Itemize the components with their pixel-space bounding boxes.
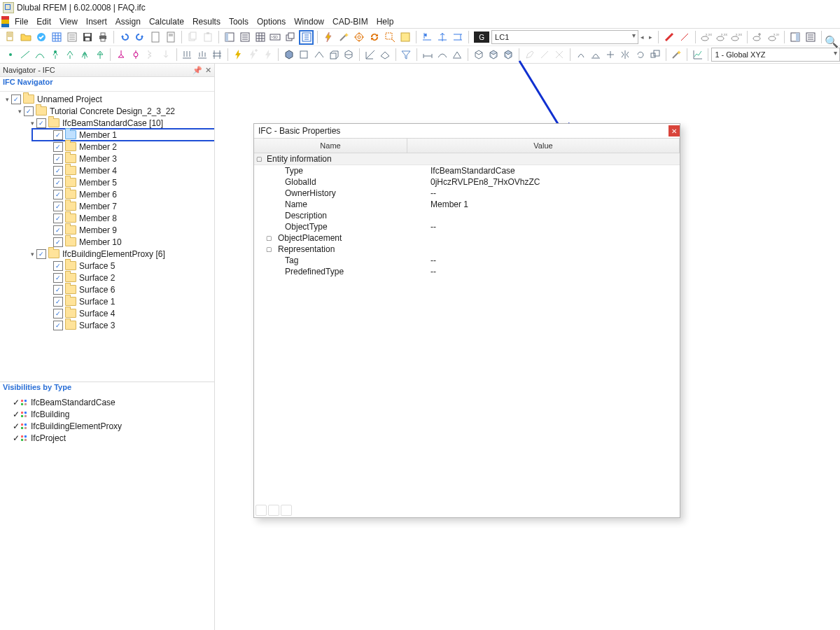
tree-surface-1[interactable]: ✓Surface 1 — [0, 295, 214, 307]
menu-view[interactable]: View — [55, 16, 82, 27]
edit3-icon[interactable] — [553, 48, 566, 62]
tree-surface-5[interactable]: ✓Surface 5 — [0, 260, 214, 272]
vis-panel-icon[interactable] — [788, 30, 802, 44]
prop-tag[interactable]: Tag-- — [254, 255, 680, 266]
prop-predefinedtype[interactable]: PredefinedType-- — [254, 266, 680, 277]
menu-tools[interactable]: Tools — [225, 16, 253, 27]
tree-project[interactable]: ▾✓ Tutorial Concrete Design_2_3_22 — [0, 105, 214, 117]
prop-ownerhistory[interactable]: OwnerHistory-- — [254, 188, 680, 199]
node-icon[interactable] — [4, 48, 17, 62]
close-icon[interactable]: ✕ — [668, 125, 680, 136]
plot-icon[interactable] — [691, 48, 704, 62]
plane-icon[interactable] — [378, 48, 391, 62]
menu-file[interactable]: File — [10, 16, 32, 27]
wandnew-icon[interactable] — [670, 48, 683, 62]
prop-name[interactable]: NameMember 1 — [254, 199, 680, 210]
edit1-icon[interactable] — [523, 48, 536, 62]
dist3-icon[interactable] — [210, 48, 223, 62]
target-icon[interactable] — [352, 30, 366, 44]
vis-list-icon[interactable] — [804, 30, 818, 44]
print-icon[interactable] — [96, 30, 110, 44]
vis-ifcbeam[interactable]: ✓IfcBeamStandardCase — [0, 396, 214, 408]
prop-representation[interactable]: ▢Representation — [254, 244, 680, 255]
tree-member-10[interactable]: ✓Member 10 — [0, 236, 214, 248]
prop-objecttype[interactable]: ObjectType-- — [254, 221, 680, 232]
column-name[interactable]: Name — [254, 139, 407, 153]
page2-icon[interactable] — [164, 30, 178, 44]
tree-obj4-icon[interactable] — [93, 48, 106, 62]
align-left-icon[interactable] — [420, 30, 434, 44]
verify-icon[interactable] — [34, 30, 48, 44]
box3d-2-icon[interactable] — [486, 48, 500, 62]
menu-cadbim[interactable]: CAD-BIM — [328, 16, 372, 27]
panel-sd-icon[interactable]: >SD — [269, 30, 283, 44]
thick-member-icon[interactable] — [662, 30, 676, 44]
tree-proxy[interactable]: ▾✓ IfcBuildingElementProxy [6] — [0, 248, 214, 260]
move3-icon[interactable] — [604, 48, 617, 62]
prop-objectplacement[interactable]: ▢ObjectPlacement — [254, 232, 680, 244]
magnifier-icon[interactable]: 🔍 — [825, 35, 839, 48]
tree-obj3-icon[interactable] — [78, 48, 92, 62]
open-file-icon[interactable] — [19, 30, 33, 44]
load1-icon[interactable] — [159, 48, 172, 62]
box3d-3-icon[interactable] — [502, 48, 515, 62]
menu-calculate[interactable]: Calculate — [145, 16, 188, 27]
category-entity-info[interactable]: ▢ Entity information — [254, 153, 680, 165]
slice-icon[interactable] — [342, 48, 356, 62]
menu-insert[interactable]: Insert — [82, 16, 111, 27]
tree-beamcase[interactable]: ▾✓ IfcBeamStandardCase [10] — [0, 117, 214, 129]
panel-data-icon[interactable] — [238, 30, 252, 44]
foot-icon-2[interactable] — [268, 505, 279, 516]
foot-icon-3[interactable] — [281, 505, 292, 516]
bolt-list-icon[interactable] — [261, 48, 274, 62]
rot-icon[interactable] — [634, 48, 647, 62]
edit2-icon[interactable] — [538, 48, 551, 62]
menu-options[interactable]: Options — [253, 16, 290, 27]
support-icon[interactable] — [114, 48, 127, 62]
fullscreen-icon[interactable] — [398, 30, 412, 44]
spring-icon[interactable] — [144, 48, 158, 62]
bolt-icon[interactable] — [232, 48, 245, 62]
close-panel-icon[interactable]: ✕ — [205, 66, 211, 75]
coordsys-combo[interactable]: 1 - Global XYZ — [711, 48, 840, 62]
tree-surface-3[interactable]: ✓Surface 3 — [0, 319, 214, 331]
align-right-icon[interactable] — [451, 30, 465, 44]
eye-xxx-2-icon[interactable]: x.xx — [715, 30, 729, 44]
wand-icon[interactable] — [337, 30, 351, 44]
eye-dim-2-icon[interactable]: x.xx — [766, 30, 780, 44]
tree-root[interactable]: ▾✓ Unnamed Project — [0, 93, 214, 105]
undo-icon[interactable] — [118, 30, 132, 44]
new-file-icon[interactable] — [4, 30, 18, 44]
dist1-icon[interactable] — [181, 48, 194, 62]
grid-icon[interactable] — [50, 30, 64, 44]
solid-icon[interactable] — [282, 48, 295, 62]
zoom-sel-icon[interactable] — [383, 30, 397, 44]
tree-member-9[interactable]: ✓Member 9 — [0, 224, 214, 236]
extrude-icon[interactable] — [327, 48, 340, 62]
save-icon[interactable] — [80, 30, 94, 44]
vis-ifcproxy[interactable]: ✓IfcBuildingElementProxy — [0, 420, 214, 432]
arch-icon[interactable] — [435, 48, 449, 62]
paste-icon[interactable] — [201, 30, 215, 44]
ifc-tree[interactable]: ▾✓ Unnamed Project ▾✓ Tutorial Concrete … — [0, 92, 214, 382]
span-icon[interactable] — [421, 48, 434, 62]
panel-table-icon[interactable] — [253, 30, 267, 44]
tree-surface-6[interactable]: ✓Surface 6 — [0, 284, 214, 295]
scale-icon[interactable] — [648, 48, 662, 62]
refresh-icon[interactable] — [368, 30, 382, 44]
move1-icon[interactable] — [574, 48, 587, 62]
box3d-1-icon[interactable] — [472, 48, 485, 62]
list-icon[interactable] — [65, 30, 79, 44]
panel-nav-icon[interactable] — [223, 30, 237, 44]
column-value[interactable]: Value — [407, 139, 680, 153]
foot-icon-1[interactable] — [255, 505, 267, 516]
tree-member-3[interactable]: ✓Member 3 — [0, 153, 214, 164]
panel-dup-icon[interactable] — [284, 30, 298, 44]
filter-icon[interactable] — [400, 48, 413, 62]
prop-type[interactable]: TypeIfcBeamStandardCase — [254, 165, 680, 176]
tree-member-1[interactable]: ✓ Member 1 — [32, 129, 214, 141]
dist2-icon[interactable] — [195, 48, 209, 62]
loadcase-combo[interactable]: LC1 — [491, 30, 638, 44]
loadcase-prev[interactable]: ◂ — [638, 31, 647, 43]
move2-icon[interactable] — [589, 48, 602, 62]
